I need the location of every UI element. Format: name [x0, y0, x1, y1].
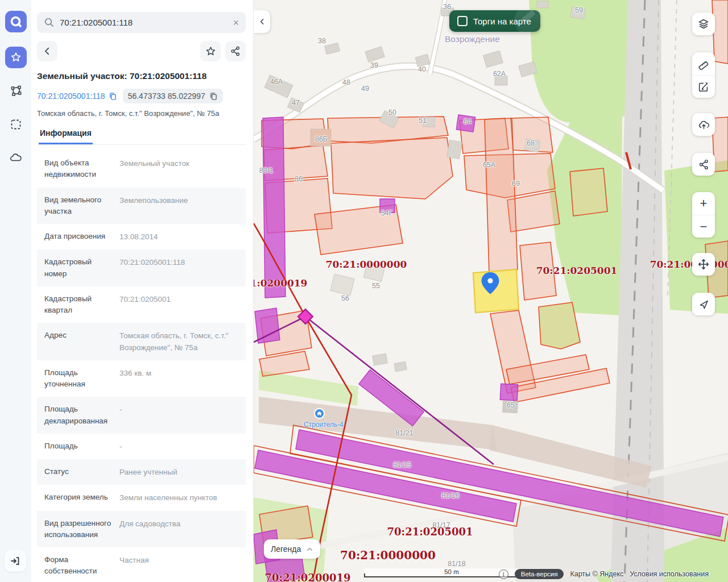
detail-panel: × Земельный участок: 70:21:0205001:118 7…: [31, 0, 254, 582]
info-row-label: Форма собственности: [44, 554, 119, 577]
ruler-icon: [697, 57, 710, 70]
copyright-text: Карты © Яндекс: [570, 570, 623, 578]
info-row-value: -: [119, 404, 240, 427]
sidebar-item-area-select[interactable]: [5, 114, 27, 135]
info-row-label: Вид разрешенного использования: [44, 518, 119, 541]
info-row: АдресТомская область, г. Томск, с.т." Во…: [37, 323, 246, 360]
zoom-in-button[interactable]: +: [692, 192, 715, 215]
info-row-label: Кадастровый номер: [44, 256, 119, 280]
pan-icon: [697, 258, 710, 271]
info-row: Кадастровый номер70:21:0205001:118: [37, 250, 246, 286]
login-icon: [9, 555, 22, 567]
info-table: Вид объекта недвижимостиЗемельный участо…: [37, 151, 246, 582]
info-row-label: Категория земель: [44, 492, 119, 504]
collapse-panel-button[interactable]: [254, 10, 270, 33]
info-row: Площадь декларированная-: [37, 397, 246, 434]
search-icon: [44, 17, 55, 28]
clear-search-icon[interactable]: ×: [233, 18, 239, 28]
zoom-out-button[interactable]: −: [692, 215, 715, 238]
app-logo[interactable]: [5, 11, 27, 32]
info-row-label: Площадь уточненная: [44, 367, 119, 390]
parking-icon: [314, 408, 325, 419]
info-row: СтатусРанее учтенный: [37, 459, 246, 485]
torgi-checkbox[interactable]: [457, 16, 468, 26]
share-icon: [698, 159, 710, 171]
share-control: [692, 153, 715, 176]
info-row: Категория земельЗемли населенных пунктов: [37, 485, 246, 510]
page-title: Земельный участок: 70:21:0205001:118: [37, 71, 246, 81]
torgi-toggle[interactable]: Торги на карте: [449, 10, 540, 32]
measure-edit-control: [692, 52, 715, 98]
info-row: Дата присвоения13.08.2014: [37, 224, 246, 250]
layers-icon: [697, 18, 710, 30]
app-logo-icon: [9, 15, 23, 28]
login-button[interactable]: [5, 550, 26, 572]
cloud-upload-icon: [697, 118, 710, 131]
cadastral-number-link[interactable]: 70:21:0205001:118: [37, 92, 117, 101]
info-row-label: Площадь: [44, 440, 119, 452]
info-row: Вид разрешенного использованияДля садово…: [37, 511, 246, 548]
layers-button[interactable]: [692, 13, 715, 35]
coordinates-text: 56.473733 85.022997: [128, 92, 205, 101]
map-attribution: i Beta-версия Карты © Яндекс Условия исп…: [499, 569, 709, 579]
info-row-value: Земли населенных пунктов: [119, 492, 240, 504]
legend-button[interactable]: Легенда: [264, 539, 320, 559]
info-row: Площадь-: [37, 434, 246, 459]
tab-information[interactable]: Информация: [39, 128, 93, 144]
info-row-value: Земельный участок: [119, 157, 240, 181]
star-outline-icon: [205, 45, 217, 57]
copy-icon[interactable]: [109, 92, 117, 101]
map-share-button[interactable]: [692, 153, 715, 176]
pan-control: [692, 253, 715, 276]
polygon-draw-icon: [9, 84, 23, 98]
terms-link[interactable]: Условия использования: [630, 570, 709, 578]
info-row-value: Томская область, г. Томск, с.т." Возрожд…: [119, 330, 240, 354]
info-row-label: Кадастровый квартал: [44, 293, 119, 317]
layers-control: [692, 13, 715, 35]
info-row-value: -: [119, 440, 240, 452]
info-row-label: Адрес: [44, 330, 119, 354]
search-input[interactable]: [60, 18, 233, 27]
share-button[interactable]: [225, 41, 246, 61]
back-button[interactable]: [37, 41, 57, 61]
map-canvas[interactable]: [254, 0, 728, 582]
info-row-value: Для садоводства: [119, 518, 240, 541]
tab-bar: Информация: [37, 128, 246, 145]
info-row-value: Частная: [119, 554, 240, 577]
info-row-value: 70:21:0205001: [119, 293, 240, 317]
poi-stroitel: Строитель-4: [304, 421, 344, 429]
upload-button[interactable]: [692, 113, 715, 136]
coordinates-badge[interactable]: 56.473733 85.022997: [123, 89, 223, 103]
minus-icon: −: [700, 221, 708, 233]
icon-rail: [0, 0, 31, 582]
chevron-up-icon: [306, 546, 313, 553]
info-row-label: Площадь декларированная: [44, 404, 119, 427]
cloud-icon: [9, 151, 23, 165]
back-chevron-icon: [42, 46, 52, 56]
info-row: Кадастровый квартал70:21:0205001: [37, 286, 246, 323]
locate-button[interactable]: [692, 293, 715, 315]
favorite-button[interactable]: [200, 41, 221, 61]
info-row-label: Дата присвоения: [44, 231, 119, 243]
location-arrow-icon: [698, 298, 710, 310]
sidebar-item-polygon-draw[interactable]: [5, 80, 27, 102]
share-icon: [230, 45, 241, 57]
pan-button[interactable]: [692, 253, 715, 276]
sidebar-item-favorites[interactable]: [5, 47, 27, 68]
ruler-button[interactable]: [692, 52, 715, 75]
address-text: Томская область, г. Томск, с.т." Возрожд…: [37, 109, 246, 118]
info-row: Площадь уточненная336 кв. м: [37, 360, 246, 397]
info-row: Вид земельного участкаЗемлепользование: [37, 188, 246, 225]
info-row-label: Статус: [44, 466, 119, 478]
chevron-left-icon: [258, 18, 266, 26]
info-icon[interactable]: i: [499, 569, 508, 579]
edit-button[interactable]: [692, 75, 715, 98]
upload-control: [692, 113, 715, 136]
copy-icon[interactable]: [209, 92, 218, 101]
detail-actions: [37, 41, 246, 61]
search-bar: ×: [37, 12, 246, 33]
info-row-label: Вид земельного участка: [44, 194, 119, 218]
info-row-value: 13.08.2014: [119, 231, 240, 243]
identifier-chips: 70:21:0205001:118 56.473733 85.022997: [37, 89, 246, 103]
sidebar-item-cloud[interactable]: [5, 147, 27, 169]
